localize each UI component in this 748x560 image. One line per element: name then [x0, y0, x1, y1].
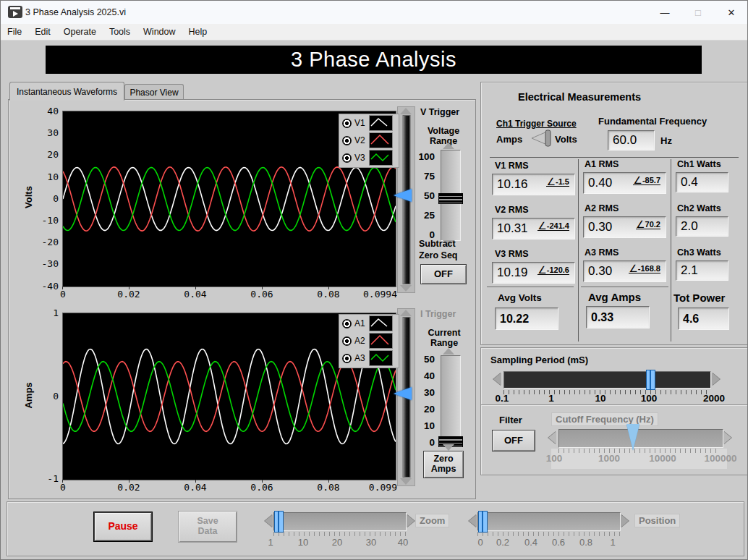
cutoff-frequency-slider[interactable]: [558, 429, 723, 448]
cutoff-increment-icon[interactable]: [723, 431, 731, 444]
legend-item-v1[interactable]: V1: [339, 114, 399, 132]
a1-visibility-radio[interactable]: [342, 319, 352, 328]
zero-amps-button[interactable]: Zero Amps: [423, 451, 464, 478]
position-slider-label: Position: [634, 514, 680, 527]
v3-line-swatch[interactable]: [369, 150, 393, 166]
page-title: 3 Phase Analysis: [291, 48, 456, 72]
waveform-V1: [63, 167, 396, 230]
i-range-tick: 40: [413, 370, 435, 381]
y-tick: -30: [34, 258, 59, 269]
a3-line-swatch[interactable]: [369, 350, 393, 366]
y-tick: 30: [34, 127, 59, 138]
legend-label: V3: [354, 153, 369, 163]
subtract-zero-seq-button[interactable]: OFF: [420, 264, 467, 284]
a2-visibility-radio[interactable]: [342, 336, 352, 346]
v-trigger-down-arrow-icon[interactable]: [400, 285, 412, 292]
v1-angle: ∠-1.5: [546, 177, 569, 187]
angle-icon: ∠: [546, 177, 556, 186]
v-trigger-title: V Trigger: [420, 107, 459, 117]
menu-operate[interactable]: Operate: [57, 25, 103, 38]
legend-label: V2: [354, 135, 369, 145]
save-data-button[interactable]: Save Data: [178, 511, 237, 543]
v3-visibility-radio[interactable]: [342, 153, 352, 163]
sampling-tick: 0.1: [488, 393, 517, 404]
trigger-source-volts-option[interactable]: Volts: [555, 134, 577, 145]
filter-toggle-button[interactable]: OFF: [492, 430, 535, 451]
menu-tools[interactable]: Tools: [103, 25, 137, 38]
current-range-slider[interactable]: [441, 355, 461, 445]
menu-help[interactable]: Help: [182, 25, 214, 38]
v-trigger-level-handle[interactable]: [394, 189, 412, 202]
current-range-increment-icon[interactable]: [443, 348, 454, 355]
current-range-decrement-icon[interactable]: [443, 444, 454, 451]
cutoff-tick: 100: [532, 453, 576, 464]
position-tick: 1: [600, 537, 626, 548]
tab-phasor-view[interactable]: Phasor View: [124, 84, 184, 101]
x-tick: 0: [60, 482, 66, 493]
vi-window: 3 Phase Analysis 2025.vi — □ ✕ File Edit…: [0, 0, 748, 560]
legend-item-a3[interactable]: A3: [339, 349, 399, 367]
sampling-period-handle[interactable]: [646, 370, 655, 390]
cutoff-decrement-icon[interactable]: [548, 431, 556, 444]
menu-window[interactable]: Window: [137, 25, 182, 38]
legend-item-a1[interactable]: A1: [339, 315, 399, 332]
v-trigger-up-arrow-icon[interactable]: [400, 108, 412, 114]
y-tick: -10: [34, 215, 59, 226]
v2-visibility-radio[interactable]: [342, 136, 352, 145]
tab-instantaneous-waveforms[interactable]: Instantaneous Waveforms: [9, 82, 124, 101]
zoom-increment-icon[interactable]: [407, 514, 415, 527]
menu-file[interactable]: File: [1, 25, 28, 38]
i-trigger-up-arrow-icon[interactable]: [400, 310, 412, 316]
zoom-decrement-icon[interactable]: [265, 514, 273, 527]
legend-item-v2[interactable]: V2: [339, 132, 399, 149]
minimize-icon[interactable]: —: [648, 1, 681, 24]
fundamental-frequency-input[interactable]: 60.0: [608, 130, 655, 150]
position-increment-icon[interactable]: [621, 514, 629, 527]
sampling-decrement-icon[interactable]: [493, 373, 501, 386]
save-data-label: Save Data: [192, 517, 223, 537]
tot-power-value: 4.6: [683, 313, 699, 326]
trigger-source-amps-option[interactable]: Amps: [496, 134, 522, 145]
a2-line-swatch[interactable]: [369, 333, 393, 349]
maximize-icon[interactable]: □: [681, 1, 715, 24]
a3-visibility-radio[interactable]: [342, 354, 352, 363]
fundamental-frequency-value: 60.0: [613, 133, 637, 148]
v3-angle: ∠-120.6: [537, 266, 569, 275]
i-trigger-level-handle[interactable]: [394, 387, 412, 400]
v-range-tick: 50: [413, 190, 435, 201]
menu-edit[interactable]: Edit: [28, 25, 57, 38]
legend-item-a2[interactable]: A2: [339, 332, 399, 349]
a1-rms-display: 0.40 ∠-85.7: [583, 172, 666, 194]
x-tick: 0.08: [308, 482, 349, 493]
position-handle[interactable]: [478, 511, 488, 533]
sampling-period-slider[interactable]: [503, 371, 711, 389]
sampling-tick: 2000: [698, 393, 730, 404]
close-icon[interactable]: ✕: [715, 1, 748, 24]
v1-line-swatch[interactable]: [369, 115, 393, 131]
v2-line-swatch[interactable]: [369, 132, 393, 148]
position-decrement-icon[interactable]: [469, 514, 477, 527]
a3-angle: ∠-168.8: [629, 264, 660, 273]
pause-button[interactable]: Pause: [94, 512, 152, 541]
legend-item-v3[interactable]: V3: [339, 149, 399, 166]
position-slider[interactable]: [477, 512, 621, 531]
sampling-tick: 1: [537, 393, 566, 404]
legend-label: A3: [354, 353, 369, 363]
voltage-range-increment-icon[interactable]: [443, 143, 454, 149]
zoom-handle[interactable]: [274, 511, 284, 533]
sampling-increment-icon[interactable]: [712, 373, 720, 386]
voltage-range-handle[interactable]: [438, 193, 463, 204]
cutoff-frequency-handle[interactable]: [626, 424, 639, 450]
a2-rms-display: 0.30 ∠70.2: [583, 216, 666, 238]
a1-line-swatch[interactable]: [369, 315, 393, 331]
footer-control-bar: Pause Save Data 1 10 20 30 40 Zoom 0 0.2…: [7, 501, 744, 556]
a3-angle-value: -168.8: [638, 264, 660, 273]
measurements-title: Electrical Measurements: [481, 91, 747, 103]
x-tick: 0.0994: [361, 289, 397, 300]
zoom-slider[interactable]: [273, 512, 407, 531]
v1-visibility-radio[interactable]: [342, 119, 352, 128]
i-range-tick: 10: [413, 420, 435, 431]
i-trigger-down-arrow-icon[interactable]: [400, 478, 412, 485]
trigger-source-switch-icon[interactable]: [530, 129, 553, 148]
tab-phasor-view-label: Phasor View: [129, 88, 178, 98]
